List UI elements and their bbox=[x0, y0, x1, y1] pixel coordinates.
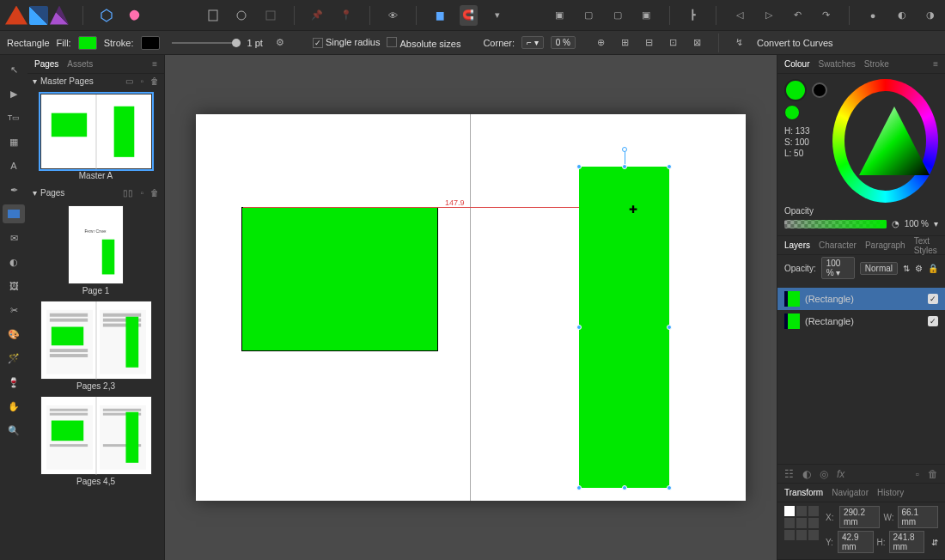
pen-tool-icon[interactable]: ✒ bbox=[3, 180, 25, 199]
layer-opacity-dropdown[interactable]: 100 % ▾ bbox=[821, 257, 855, 279]
panel-menu-icon[interactable]: ≡ bbox=[152, 59, 157, 69]
snap-dropdown-icon[interactable]: ▾ bbox=[488, 5, 507, 26]
handle-br[interactable] bbox=[667, 485, 672, 490]
spread-view-icon[interactable]: ▭ bbox=[125, 76, 133, 86]
doc-icon[interactable] bbox=[204, 5, 223, 26]
pages-23-thumb[interactable] bbox=[40, 301, 152, 380]
zoom-tool-icon[interactable]: 🔍 bbox=[3, 421, 25, 440]
layer-blend-icon[interactable]: ☷ bbox=[784, 468, 794, 480]
align-icon-2[interactable]: ⊟ bbox=[639, 33, 660, 53]
layer-visible-checkbox[interactable]: ✓ bbox=[928, 316, 938, 326]
preview-icon[interactable]: 👁 bbox=[384, 5, 403, 26]
tab-character[interactable]: Character bbox=[819, 240, 857, 250]
tab-swatches[interactable]: Swatches bbox=[818, 59, 855, 69]
align-icon-3[interactable]: ⊡ bbox=[663, 33, 684, 53]
fill-swatch[interactable] bbox=[78, 36, 97, 50]
handle-mr[interactable] bbox=[667, 325, 672, 330]
transform-y-field[interactable]: 42.9 mm bbox=[838, 531, 873, 553]
page-1-thumb[interactable]: Front Cover bbox=[68, 205, 124, 284]
panel-menu-icon[interactable]: ≡ bbox=[933, 59, 938, 69]
tab-history[interactable]: History bbox=[877, 488, 904, 497]
tab-transform[interactable]: Transform bbox=[784, 488, 823, 497]
snap-icon[interactable]: 🧲 bbox=[460, 5, 479, 26]
boolean-int-icon[interactable]: ◑ bbox=[921, 5, 940, 26]
tab-pages[interactable]: Pages bbox=[34, 59, 58, 69]
artistic-text-tool-icon[interactable]: A bbox=[3, 156, 25, 175]
disclosure-triangle-icon[interactable]: ▾ bbox=[33, 188, 37, 198]
tab-layers[interactable]: Layers bbox=[784, 240, 810, 250]
pin-fill-icon[interactable]: 📍 bbox=[337, 5, 356, 26]
blend-mode-dropdown[interactable]: Normal bbox=[860, 262, 898, 275]
layer-fx-icon[interactable]: fx bbox=[837, 468, 844, 480]
delete-master-icon[interactable]: 🗑 bbox=[150, 76, 159, 86]
handle-ml[interactable] bbox=[576, 325, 582, 330]
stroke-width-tool-icon[interactable]: ✉ bbox=[3, 228, 25, 247]
tab-stroke[interactable]: Stroke bbox=[864, 59, 889, 69]
rectangle-object-left[interactable] bbox=[241, 207, 438, 351]
arrange-frontone-icon[interactable]: ▢ bbox=[608, 5, 627, 26]
stroke-circle-swatch[interactable] bbox=[812, 82, 827, 98]
align-left-icon[interactable]: ┣ bbox=[684, 5, 703, 26]
handle-tr[interactable] bbox=[667, 164, 672, 169]
disclosure-triangle-icon[interactable]: ▾ bbox=[33, 76, 37, 86]
frame-text-tool-icon[interactable]: T▭ bbox=[3, 108, 25, 127]
layer-row-1[interactable]: (Rectangle) ✓ bbox=[777, 288, 945, 310]
layer-visible-checkbox[interactable]: ✓ bbox=[928, 294, 938, 304]
rectangle-object-right[interactable] bbox=[579, 167, 669, 488]
corner-pct-dropdown[interactable]: 0 % bbox=[551, 36, 576, 49]
stroke-options-icon[interactable]: ⚙ bbox=[270, 33, 290, 53]
align-icon-4[interactable]: ⊠ bbox=[687, 33, 708, 53]
boolean-sub-icon[interactable]: ◐ bbox=[893, 5, 911, 26]
flip-v-icon[interactable]: ▷ bbox=[759, 5, 778, 26]
link-wh-icon[interactable]: ⇵ bbox=[931, 538, 938, 547]
spread-view-icon[interactable]: ▯▯ bbox=[123, 188, 133, 198]
secondary-swatch[interactable] bbox=[784, 105, 800, 120]
arrange-back-icon[interactable]: ▣ bbox=[551, 5, 570, 26]
fill-circle-swatch[interactable] bbox=[784, 79, 807, 101]
designer-persona-icon[interactable] bbox=[29, 6, 48, 25]
photo-persona-icon[interactable] bbox=[50, 6, 69, 25]
add-page-icon[interactable]: ▫ bbox=[140, 188, 143, 198]
node-tool-icon[interactable]: ▶ bbox=[3, 84, 25, 103]
rectangle-tool-icon[interactable] bbox=[3, 204, 25, 223]
tab-text-styles[interactable]: Text Styles bbox=[914, 236, 937, 255]
transform-h-field[interactable]: 241.8 mm bbox=[889, 531, 924, 553]
tab-assets[interactable]: Assets bbox=[67, 59, 93, 69]
arrange-backone-icon[interactable]: ▢ bbox=[579, 5, 598, 26]
pan-tool-icon[interactable]: ✋ bbox=[3, 397, 25, 416]
layer-adjust-icon[interactable]: ◎ bbox=[820, 468, 828, 480]
flip-h-icon[interactable]: ◁ bbox=[730, 5, 749, 26]
transparency-tool-icon[interactable]: 🍷 bbox=[3, 373, 25, 392]
convert-curves-button[interactable]: Convert to Curves bbox=[757, 38, 833, 48]
tab-navigator[interactable]: Navigator bbox=[832, 488, 869, 497]
transform-w-field[interactable]: 66.1 mm bbox=[898, 506, 939, 528]
master-pages-header[interactable]: ▾ Master Pages ▭ ▫ 🗑 bbox=[27, 74, 164, 88]
pin-icon[interactable]: 📌 bbox=[308, 5, 327, 26]
arrange-front-icon[interactable]: ▣ bbox=[637, 5, 655, 26]
colour-wheel[interactable] bbox=[832, 79, 938, 203]
pages-header[interactable]: ▾ Pages ▯▯ ▫ 🗑 bbox=[27, 186, 164, 200]
shape-blob-icon[interactable] bbox=[125, 5, 144, 26]
master-a-thumb[interactable] bbox=[40, 94, 152, 169]
layer-stepper-icon[interactable]: ⇅ bbox=[903, 264, 910, 273]
place-image-tool-icon[interactable]: 🖼 bbox=[3, 277, 25, 295]
tab-colour[interactable]: Colour bbox=[784, 59, 809, 69]
layer-mask-icon[interactable]: ◐ bbox=[802, 468, 811, 480]
boolean-add-icon[interactable]: ● bbox=[863, 5, 882, 26]
layer-row-2[interactable]: (Rectangle) ✓ bbox=[777, 310, 945, 332]
opacity-dropdown-icon[interactable]: ▾ bbox=[934, 219, 938, 228]
shape-hexagon-icon[interactable] bbox=[97, 5, 116, 26]
circle-icon[interactable] bbox=[232, 5, 251, 26]
anchor-point-grid[interactable] bbox=[784, 506, 819, 540]
align-target-icon[interactable]: ⊕ bbox=[591, 33, 612, 53]
app-persona-switcher[interactable] bbox=[5, 6, 69, 25]
add-master-icon[interactable]: ▫ bbox=[140, 76, 143, 86]
rotate-ccw-icon[interactable]: ↶ bbox=[788, 5, 807, 26]
fill-tool-icon[interactable]: 🪄 bbox=[3, 349, 25, 368]
opacity-noise-icon[interactable]: ◔ bbox=[892, 219, 899, 228]
corner-type-dropdown[interactable]: ⌐ ▾ bbox=[521, 36, 544, 49]
gradient-tool-icon[interactable]: ◐ bbox=[3, 253, 25, 271]
absolute-sizes-checkbox[interactable]: Absolute sizes bbox=[387, 37, 460, 49]
stroke-weight-slider[interactable] bbox=[172, 42, 241, 44]
add-layer-icon[interactable]: ▫ bbox=[916, 468, 919, 480]
